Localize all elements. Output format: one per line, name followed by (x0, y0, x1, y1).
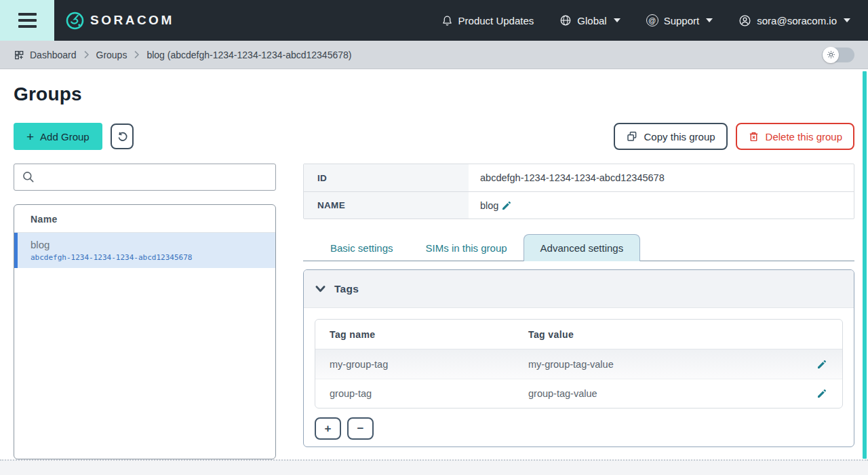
page-title: Groups (14, 83, 854, 105)
chevron-down-icon (315, 284, 326, 294)
breadcrumb-groups[interactable]: Groups (96, 50, 127, 60)
breadcrumb-dashboard[interactable]: Dashboard (14, 50, 77, 60)
plus-icon: + (325, 423, 332, 434)
footer-strip (0, 459, 868, 475)
refresh-icon (116, 130, 128, 143)
tag-name: group-tag (315, 388, 528, 399)
hamburger-menu-button[interactable] (0, 0, 54, 41)
sun-icon (827, 50, 835, 59)
copy-icon (626, 130, 638, 142)
field-row-name: NAME blog (304, 191, 854, 218)
soracom-logo-text: SORACOM (90, 13, 174, 28)
group-id: abcdefgh-1234-1234-1234-abcd12345678 (31, 253, 267, 262)
pencil-icon (501, 200, 512, 211)
add-group-button[interactable]: + Add Group (14, 123, 102, 150)
breadcrumb: Dashboard Groups blog (abcdefgh-1234-123… (0, 41, 868, 69)
group-list-item[interactable]: blog abcdefgh-1234-1234-1234-abcd1234567… (14, 233, 275, 268)
caret-down-icon (844, 18, 850, 22)
account-menu[interactable]: sora@soracom.io (738, 14, 850, 27)
group-list-panel: Name blog abcdefgh-1234-1234-1234-abcd12… (14, 204, 276, 459)
tab-advanced-settings[interactable]: Advanced settings (524, 234, 641, 261)
tag-name-column-header: Tag name (315, 329, 528, 340)
tag-value: group-tag-value (528, 388, 804, 399)
selection-bar (14, 233, 18, 268)
global-coverage-menu[interactable]: Global (559, 14, 620, 26)
chevron-right-icon (134, 50, 140, 59)
globe-icon (559, 14, 572, 26)
group-name: blog (31, 238, 267, 252)
tags-section: Tags Tag name Tag value my-group-tag my-… (303, 269, 854, 447)
edit-tag-button[interactable] (816, 359, 827, 370)
chevron-right-icon (83, 50, 90, 59)
minus-icon: − (357, 423, 364, 434)
toolbar-right: Copy this group Delete this group (614, 123, 854, 150)
user-icon (738, 14, 751, 27)
edit-tag-button[interactable] (816, 388, 827, 399)
soracom-logo-icon (66, 12, 84, 30)
main-content: Groups + Add Group Copy this group (0, 69, 868, 459)
content-columns: Name blog abcdefgh-1234-1234-1234-abcd12… (14, 164, 854, 459)
delete-group-button[interactable]: Delete this group (736, 123, 854, 150)
pencil-icon (816, 359, 827, 370)
tag-table: Tag name Tag value my-group-tag my-group… (315, 319, 843, 408)
theme-knob (823, 47, 839, 63)
plus-icon: + (26, 130, 34, 143)
group-detail-table: ID abcdefgh-1234-1234-1234-abcd12345678 … (303, 164, 854, 219)
toolbar: + Add Group Copy this group (14, 123, 854, 150)
field-row-id: ID abcdefgh-1234-1234-1234-abcd12345678 (304, 164, 854, 191)
settings-tabs: Basic settings SIMs in this group Advanc… (303, 233, 854, 261)
caret-down-icon (614, 18, 620, 22)
group-detail-column: ID abcdefgh-1234-1234-1234-abcd12345678 … (303, 164, 854, 459)
group-list-header: Name (14, 205, 275, 233)
group-list-column: Name blog abcdefgh-1234-1234-1234-abcd12… (14, 164, 276, 459)
edit-name-button[interactable] (501, 200, 512, 211)
field-value: blog (469, 192, 854, 218)
product-updates-button[interactable]: Product Updates (441, 14, 534, 27)
field-label: ID (304, 164, 469, 191)
tag-row[interactable]: group-tag group-tag-value (315, 379, 842, 408)
support-menu[interactable]: @ Support (646, 14, 713, 26)
vertical-scrollbar[interactable] (863, 71, 867, 459)
global-label: Global (577, 15, 606, 26)
tag-value: my-group-tag-value (528, 359, 804, 370)
soracom-logo[interactable]: SORACOM (66, 12, 174, 30)
theme-toggle[interactable] (822, 48, 854, 62)
pencil-icon (816, 388, 827, 399)
tag-table-header: Tag name Tag value (315, 320, 842, 349)
refresh-button[interactable] (111, 124, 134, 149)
field-value: abcdefgh-1234-1234-1234-abcd12345678 (469, 164, 854, 191)
group-search-input[interactable] (14, 164, 276, 191)
topnav-right: Product Updates Global @ Support sora@so… (441, 14, 850, 27)
top-navigation: SORACOM Product Updates Global @ Support (0, 0, 868, 41)
tag-actions: + − (315, 417, 854, 440)
search-icon (22, 170, 35, 184)
caret-down-icon (706, 18, 713, 22)
dashboard-grid-icon (14, 50, 24, 60)
trash-icon (748, 130, 760, 142)
product-updates-label: Product Updates (458, 15, 534, 26)
tab-basic-settings[interactable]: Basic settings (314, 235, 410, 261)
hamburger-icon (18, 13, 37, 16)
remove-tag-button[interactable]: − (347, 417, 374, 440)
account-email: sora@soracom.io (757, 15, 837, 26)
support-icon: @ (646, 14, 658, 26)
copy-group-button[interactable]: Copy this group (614, 123, 728, 150)
field-label: NAME (304, 192, 469, 218)
tag-name: my-group-tag (315, 359, 528, 370)
tag-row[interactable]: my-group-tag my-group-tag-value (315, 349, 842, 379)
group-search (14, 164, 276, 191)
bell-icon (441, 14, 453, 27)
tags-collapse-header[interactable]: Tags (304, 270, 854, 308)
breadcrumb-current: blog (abcdefgh-1234-1234-1234-abcd123456… (146, 50, 351, 60)
tag-value-column-header: Tag value (528, 329, 804, 340)
tags-section-title: Tags (334, 283, 359, 295)
tab-sims-in-this-group[interactable]: SIMs in this group (410, 235, 524, 261)
support-label: Support (664, 15, 700, 26)
add-tag-button[interactable]: + (315, 417, 341, 440)
